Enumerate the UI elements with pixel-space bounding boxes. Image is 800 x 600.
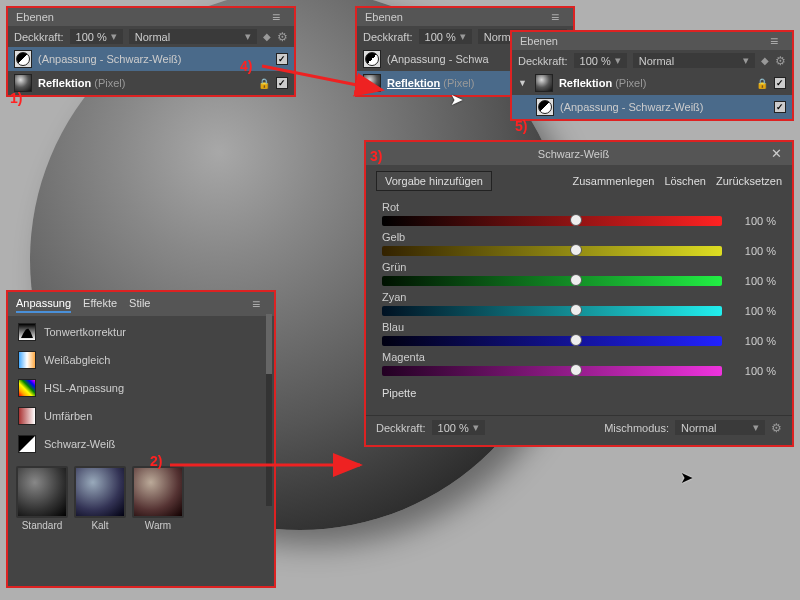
svg-line-2 (262, 66, 382, 90)
annotation-3: 3) (370, 148, 382, 164)
annotation-4: 4) (240, 58, 252, 74)
slider-track-gruen[interactable] (382, 276, 722, 286)
tab-anpassung[interactable]: Anpassung (16, 295, 71, 313)
close-icon[interactable]: ✕ (771, 146, 782, 161)
panel-menu-icon[interactable] (252, 299, 266, 309)
slider-handle[interactable] (570, 274, 582, 286)
levels-icon (18, 323, 36, 341)
adjustments-panel: Anpassung Effekte Stile Tonwertkorrektur… (6, 290, 276, 588)
scrollbar-thumb[interactable] (266, 314, 272, 374)
delete-button[interactable]: Löschen (664, 175, 706, 187)
sw-toolbar: Vorgabe hinzufügen Zusammenlegen Löschen… (366, 165, 792, 197)
panel-header: Ebenen (357, 8, 573, 26)
blend-dropdown[interactable]: Normal (129, 29, 257, 44)
slider-blau: Blau 100 % (366, 317, 792, 347)
wb-icon (18, 351, 36, 369)
panel-header: Ebenen (512, 32, 792, 50)
opacity-dropdown[interactable]: 100 % (419, 29, 472, 44)
layer-name: (Anpassung - Schwarz-Weiß) (38, 53, 270, 65)
layer-reflektion[interactable]: ▼ Reflektion (Pixel) 🔒 ✓ (512, 71, 792, 95)
opacity-row: Deckkraft: 100 % Normal ◆ ⚙ (8, 26, 294, 47)
opacity-dropdown[interactable]: 100 % (432, 420, 485, 435)
lock-icon[interactable]: 🔒 (756, 78, 768, 89)
adj-whitebalance[interactable]: Weißabgleich (8, 346, 274, 374)
slider-gelb: Gelb 100 % (366, 227, 792, 257)
slider-track-zyan[interactable] (382, 306, 722, 316)
layer-reflektion[interactable]: Reflektion (Pixel) 🔒 ✓ (8, 71, 294, 95)
scrollbar[interactable] (266, 314, 272, 506)
add-preset-button[interactable]: Vorgabe hinzufügen (376, 171, 492, 191)
tab-effekte[interactable]: Effekte (83, 295, 117, 313)
slider-track-rot[interactable] (382, 216, 722, 226)
panel-menu-icon[interactable] (770, 36, 784, 46)
opacity-row: Deckkraft: 100 % Normal ◆ ⚙ (512, 50, 792, 71)
preset-kalt[interactable]: Kalt (74, 466, 126, 531)
slider-handle[interactable] (570, 214, 582, 226)
blend-dropdown[interactable]: Normal (675, 420, 765, 435)
layer-name: Reflektion (Pixel) (38, 77, 252, 89)
slider-magenta: Magenta 100 % (366, 347, 792, 377)
reset-button[interactable]: Zurücksetzen (716, 175, 782, 187)
layer-thumb (536, 98, 554, 116)
cursor-icon: ➤ (450, 90, 463, 109)
star-icon[interactable]: ◆ (761, 55, 769, 66)
annotation-arrow-2 (170, 455, 370, 477)
bw-icon (18, 435, 36, 453)
hsl-icon (18, 379, 36, 397)
opacity-dropdown[interactable]: 100 % (574, 53, 627, 68)
star-icon[interactable]: ◆ (263, 31, 271, 42)
panel-menu-icon[interactable] (272, 12, 286, 22)
adj-levels[interactable]: Tonwertkorrektur (8, 318, 274, 346)
panel-title-text: Ebenen (16, 11, 54, 23)
blend-dropdown[interactable]: Normal (633, 53, 755, 68)
gear-icon[interactable]: ⚙ (771, 421, 782, 435)
annotation-1: 1) (10, 90, 22, 106)
layer-adjustment-child[interactable]: (Anpassung - Schwarz-Weiß) ✓ (512, 95, 792, 119)
annotation-2: 2) (150, 453, 162, 469)
recolor-icon (18, 407, 36, 425)
layer-thumb (14, 50, 32, 68)
slider-handle[interactable] (570, 334, 582, 346)
adj-recolor[interactable]: Umfärben (8, 402, 274, 430)
annotation-arrow-4 (262, 60, 392, 102)
slider-gruen: Grün 100 % (366, 257, 792, 287)
slider-track-blau[interactable] (382, 336, 722, 346)
layers-panel-1: Ebenen Deckkraft: 100 % Normal ◆ ⚙ (Anpa… (6, 6, 296, 97)
adj-bw[interactable]: Schwarz-Weiß (8, 430, 274, 458)
gear-icon[interactable]: ⚙ (775, 54, 786, 68)
slider-rot: Rot 100 % (366, 197, 792, 227)
visibility-checkbox[interactable]: ✓ (774, 101, 786, 113)
expand-toggle-icon[interactable]: ▼ (518, 78, 527, 88)
sw-title: Schwarz-Weiß (538, 148, 609, 160)
slider-track-magenta[interactable] (382, 366, 722, 376)
panel-header: Anpassung Effekte Stile (8, 292, 274, 316)
adjustment-list: Tonwertkorrektur Weißabgleich HSL-Anpass… (8, 316, 274, 460)
layers-panel-3: Ebenen Deckkraft: 100 % Normal ◆ ⚙ ▼ Ref… (510, 30, 794, 121)
annotation-5: 5) (515, 118, 527, 134)
sw-footer: Deckkraft: 100 % Mischmodus: Normal ⚙ (366, 415, 792, 439)
sw-header: Schwarz-Weiß ✕ (366, 142, 792, 165)
adj-hsl[interactable]: HSL-Anpassung (8, 374, 274, 402)
slider-handle[interactable] (570, 304, 582, 316)
preset-standard[interactable]: Standard (16, 466, 68, 531)
panel-menu-icon[interactable] (551, 12, 565, 22)
opacity-dropdown[interactable]: 100 % (70, 29, 123, 44)
cursor-icon: ➤ (680, 468, 693, 487)
tab-stile[interactable]: Stile (129, 295, 150, 313)
schwarz-weiss-panel: Schwarz-Weiß ✕ Vorgabe hinzufügen Zusamm… (364, 140, 794, 447)
slider-track-gelb[interactable] (382, 246, 722, 256)
slider-handle[interactable] (570, 364, 582, 376)
gear-icon[interactable]: ⚙ (277, 30, 288, 44)
opacity-label: Deckkraft: (14, 31, 64, 43)
slider-handle[interactable] (570, 244, 582, 256)
visibility-checkbox[interactable]: ✓ (774, 77, 786, 89)
merge-button[interactable]: Zusammenlegen (572, 175, 654, 187)
slider-zyan: Zyan 100 % (366, 287, 792, 317)
pipette-section[interactable]: Pipette (366, 377, 792, 409)
layer-thumb (535, 74, 553, 92)
panel-header: Ebenen (8, 8, 294, 26)
